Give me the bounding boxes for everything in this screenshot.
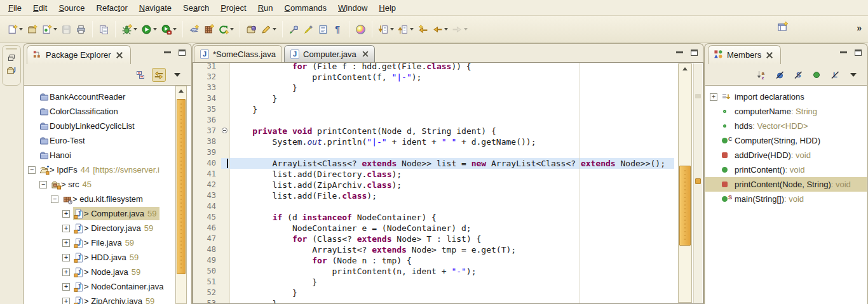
tree-item-nodecontainer-java[interactable]: +J> NodeContainer.java [24,279,191,294]
code-text[interactable]: for (File f : hdd.get(File.class)) { [230,63,674,72]
scrollbar-thumb[interactable] [679,166,691,246]
code-text[interactable]: if (d instanceof NodeContainer) { [230,212,674,223]
search-button[interactable] [259,22,278,37]
back-button[interactable] [430,22,450,37]
collapse-icon[interactable]: − [28,166,36,174]
code-text[interactable] [230,147,674,158]
code-text[interactable]: } [230,83,674,93]
view-menu-button[interactable] [170,68,184,82]
scrollbar-thumb[interactable] [177,99,186,274]
dropdown-caret-icon[interactable] [444,28,448,30]
dropdown-caret-icon[interactable] [53,28,57,30]
new-button[interactable] [5,22,25,37]
expand-icon[interactable]: + [62,283,70,291]
hide-local-types-button[interactable]: L [828,68,842,82]
member-printcontent-[interactable]: printContent() : void [705,162,867,177]
member-import-declarations[interactable]: +import declarations [705,89,867,104]
debug-button[interactable] [119,22,139,37]
maximize-editor-button[interactable] [691,50,698,56]
maximize-view-button[interactable] [855,50,862,56]
collapse-fold-icon[interactable] [222,128,227,133]
code-line-36[interactable]: 36 [193,115,674,126]
code-line-33[interactable]: 33 } [193,83,674,93]
code-text[interactable]: list.add(Directory.class); [230,169,674,180]
color-palette-button[interactable] [353,22,368,37]
menu-navigate[interactable]: Navigate [133,1,177,15]
editor-tab-computer-java[interactable]: JComputer.java [284,45,375,62]
highlight-button[interactable] [301,22,316,37]
tree-item-computer-java[interactable]: +J> Computer.java59 [24,206,191,221]
expand-icon[interactable]: + [62,254,70,261]
build-button[interactable] [97,22,111,37]
tree-item-ipdfs[interactable]: −> IpdFs44[https://svnserver.i [24,162,191,177]
tree-item-file-java[interactable]: +J> File.java59 [24,235,191,250]
code-text[interactable]: list.add(File.class); [230,190,674,201]
tree-item-hanoi[interactable]: Hanoi [24,148,191,162]
close-tab-icon[interactable] [362,51,368,57]
run-external-tools-button[interactable] [159,22,179,37]
code-line-47[interactable]: 47 for (Class<? extends Node> T : list) … [193,234,674,244]
code-text[interactable]: } [230,277,674,287]
menu-refactor[interactable]: Refactor [91,1,133,15]
overview-marker-current[interactable] [695,178,701,184]
new-class-button[interactable] [39,22,59,37]
editor-scrollbar[interactable] [678,63,692,303]
code-text[interactable]: } [230,287,674,298]
code-line-39[interactable]: 39 [193,147,674,158]
code-text[interactable]: private void printContent(Node d, String… [230,126,674,136]
code-line-41[interactable]: 41 list.add(Directory.class); [193,169,674,180]
dropdown-caret-icon[interactable] [153,28,157,30]
collapse-icon[interactable]: − [39,181,47,188]
code-line-31[interactable]: 31 for (File f : hdd.get(File.class)) { [193,63,674,72]
last-edit-location-button[interactable] [416,22,430,37]
tree-item-node-java[interactable]: +J> Node.java59 [24,265,191,279]
tree-item-doublylinkedcycliclist[interactable]: DoublyLinkedCyclicList [24,119,191,133]
tree-item-euro-test[interactable]: Euro-Test [24,133,191,148]
code-line-37[interactable]: 37 private void printContent(Node d, Str… [193,126,674,136]
menu-run[interactable]: Run [252,1,279,15]
scroll-up-icon[interactable] [176,86,186,96]
code-text[interactable] [230,115,674,126]
code-line-51[interactable]: 51 } [193,277,674,287]
expand-icon[interactable]: + [62,225,70,232]
tree-item-directory-java[interactable]: +J> Directory.java59 [24,221,191,235]
code-line-53[interactable]: 53 } [193,298,674,303]
dropdown-caret-icon[interactable] [464,28,468,30]
hide-non-public-members-button[interactable] [810,68,824,82]
open-resource-button[interactable] [244,22,259,37]
toolbar-overflow-chevron[interactable]: » [857,23,862,33]
show-source-block-button[interactable] [316,22,330,37]
new-project-button[interactable] [25,22,39,37]
tree-item-colorclassification[interactable]: ColorClassification [24,104,191,119]
scroll-up-icon[interactable] [679,64,691,74]
previous-annotation-button[interactable] [396,22,416,37]
refresh-button[interactable] [216,22,236,37]
tree-item-bankaccountreader[interactable]: BankAccountReader [24,89,191,104]
run-button[interactable] [139,22,159,37]
code-text[interactable]: System.out.println("|-" + ident + " " + … [230,136,674,147]
code-line-48[interactable]: 48 ArrayList<? extends Node> tmp = e.get… [193,244,674,255]
close-view-icon[interactable] [766,52,773,58]
member-computername[interactable]: computerName : String [705,104,867,119]
code-line-46[interactable]: 46 NodeContainer e = (NodeContainer) d; [193,223,674,234]
tree-item-edu-kit-filesystem[interactable]: −> edu.kit.filesystem [24,192,191,206]
code-viewport[interactable]: 31 for (File f : hdd.get(File.class)) {3… [193,63,674,303]
code-line-42[interactable]: 42 list.add(ZipArchiv.class); [193,180,674,190]
hide-fields-button[interactable] [773,68,787,82]
code-line-45[interactable]: 45 if (d instanceof NodeContainer) { [193,212,674,223]
code-line-38[interactable]: 38 System.out.println("|-" + ident + " "… [193,136,674,147]
menu-edit[interactable]: Edit [27,1,53,15]
code-text[interactable]: list.add(ZipArchiv.class); [230,180,674,190]
code-text[interactable]: ArrayList<Class<? extends Node>> list = … [230,158,674,169]
code-line-44[interactable]: 44 [193,201,674,212]
collapse-icon[interactable]: − [51,195,58,203]
member-hdds[interactable]: hdds : Vector<HDD> [705,119,867,133]
overview-ruler[interactable] [693,63,702,303]
menu-help[interactable]: Help [373,1,402,15]
menu-file[interactable]: File [3,1,27,15]
view-menu-button[interactable] [846,68,860,82]
close-view-icon[interactable] [116,52,123,58]
code-line-34[interactable]: 34 } [193,93,674,104]
code-text[interactable] [230,201,674,212]
code-text[interactable]: printContent(n, ident + "-"); [230,266,674,277]
